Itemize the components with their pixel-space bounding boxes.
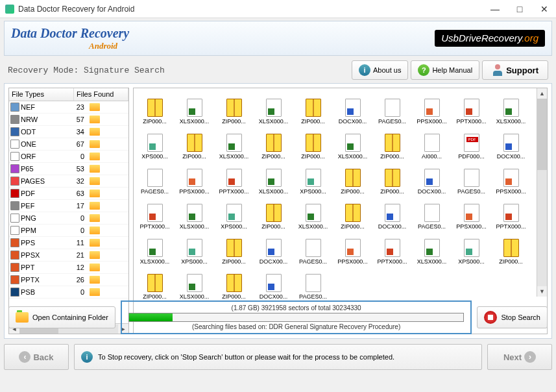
file-type-row[interactable]: PPTX26 (9, 274, 128, 286)
file-item[interactable]: PAGES0... (412, 196, 452, 230)
file-item[interactable]: XPS000... (175, 231, 214, 265)
file-label: PPTX000... (456, 118, 486, 125)
file-item[interactable]: ZIP000... (254, 196, 293, 230)
file-item[interactable]: XLSX000... (491, 91, 531, 125)
v-scrollbar[interactable]: ▲ ▼ (537, 88, 547, 297)
ppsx-file-icon (424, 99, 440, 117)
file-item[interactable]: DOCX00... (333, 91, 372, 125)
file-item[interactable]: ZIP000... (293, 91, 333, 125)
file-item[interactable]: XPS000... (452, 231, 491, 265)
file-type-row[interactable]: PPM0 (9, 225, 128, 237)
maximize-button[interactable]: □ (513, 4, 526, 14)
xps-file-icon (464, 239, 479, 257)
back-button[interactable]: ‹ Back (4, 344, 69, 370)
zip-file-icon (503, 239, 519, 257)
file-item[interactable]: XLSX000... (175, 91, 214, 125)
file-item[interactable]: ZIP000... (175, 126, 214, 160)
file-item[interactable]: PAGES0... (293, 266, 333, 300)
file-item[interactable]: XLSX000... (135, 231, 175, 265)
file-item[interactable]: PPTX000... (452, 91, 491, 125)
file-type-row[interactable]: PPT12 (9, 262, 128, 274)
file-types-panel: File Types Files Found NEF23NRW57ODT34ON… (8, 88, 129, 334)
file-item[interactable]: PPTX000... (491, 196, 531, 230)
file-type-row[interactable]: PAGES32 (9, 175, 128, 188)
file-item[interactable]: ZIP000... (333, 161, 372, 195)
file-label: XLSX000... (496, 118, 526, 125)
file-item[interactable]: XPS000... (135, 126, 175, 160)
file-item[interactable]: PAGES0... (135, 161, 175, 195)
file-item[interactable]: DOCX00... (372, 196, 412, 230)
file-type-row[interactable]: PPS11 (9, 237, 128, 249)
file-item[interactable]: ZIP000... (214, 231, 254, 265)
file-item[interactable]: ZIP000... (214, 266, 254, 300)
file-item[interactable]: ZIP000... (333, 196, 372, 230)
next-button[interactable]: Next › (487, 344, 552, 370)
file-label: PAGES0... (378, 118, 406, 125)
file-item[interactable]: PPTX000... (372, 231, 412, 265)
file-type-row[interactable]: P6553 (9, 163, 128, 175)
file-item[interactable]: PPSX000... (333, 231, 372, 265)
xlsx-file-icon (266, 99, 282, 117)
help-button[interactable]: ? Help Manual (411, 60, 479, 80)
file-type-row[interactable]: PSB0 (9, 286, 128, 299)
file-item[interactable]: PAGES0... (372, 91, 412, 125)
file-item[interactable]: DOCX00... (491, 126, 531, 160)
stop-search-button[interactable]: Stop Search (477, 306, 548, 328)
file-item[interactable]: PDF000... (452, 126, 491, 160)
zip-file-icon (345, 169, 361, 187)
close-button[interactable]: ✕ (538, 4, 551, 14)
file-item[interactable]: PAGES0... (452, 161, 491, 195)
file-item[interactable]: ZIP000... (214, 91, 254, 125)
file-item[interactable]: PPTX000... (214, 161, 254, 195)
file-types-list[interactable]: NEF23NRW57ODT34ONE67ORF0P6553PAGES32PDF6… (9, 101, 128, 323)
file-type-row[interactable]: PPSX21 (9, 249, 128, 262)
file-type-row[interactable]: NEF23 (9, 101, 128, 114)
file-item[interactable]: ZIP000... (135, 91, 175, 125)
file-item[interactable]: XLSX000... (293, 196, 333, 230)
file-item[interactable]: DOCX00... (254, 231, 293, 265)
col-files-found[interactable]: Files Found (74, 88, 128, 101)
file-item[interactable]: AI000... (412, 126, 452, 160)
file-type-row[interactable]: PEF17 (9, 200, 128, 212)
file-item[interactable]: XLSX000... (175, 196, 214, 230)
file-item[interactable]: PPSX000... (452, 196, 491, 230)
file-item[interactable]: PAGES0... (293, 231, 333, 265)
ppsx-file-icon (187, 169, 202, 187)
file-item[interactable]: XPS000... (214, 196, 254, 230)
support-button[interactable]: Support (482, 60, 548, 80)
file-type-row[interactable]: NRW57 (9, 114, 128, 126)
file-item[interactable]: ZIP000... (135, 266, 175, 300)
file-item[interactable]: PPTX000... (135, 196, 175, 230)
file-item[interactable]: PPSX000... (491, 161, 531, 195)
file-item[interactable]: XLSX000... (254, 91, 293, 125)
file-item[interactable]: XLSX000... (175, 266, 214, 300)
file-item[interactable]: PPSX000... (412, 91, 452, 125)
file-item[interactable]: XLSX000... (254, 161, 293, 195)
file-item[interactable]: XLSX000... (214, 126, 254, 160)
file-item[interactable]: ZIP000... (254, 126, 293, 160)
scroll-up-icon[interactable]: ▲ (537, 88, 547, 99)
file-item[interactable]: DOCX00... (254, 266, 293, 300)
file-item[interactable]: XLSX000... (333, 126, 372, 160)
col-file-types[interactable]: File Types (9, 88, 74, 101)
file-type-row[interactable]: ONE67 (9, 138, 128, 151)
file-type-row[interactable]: ODT34 (9, 126, 128, 138)
about-button[interactable]: i About us (352, 60, 408, 80)
file-item[interactable]: ZIP000... (372, 161, 412, 195)
file-type-row[interactable]: PDF63 (9, 188, 128, 200)
file-item[interactable]: XPS000... (293, 161, 333, 195)
file-item[interactable]: DOCX00... (412, 161, 452, 195)
file-item[interactable]: PPSX000... (175, 161, 214, 195)
file-item[interactable]: ZIP000... (293, 126, 333, 160)
file-grid[interactable]: ZIP000...XLSX000...ZIP000...XLSX000...ZI… (134, 88, 547, 334)
file-item[interactable]: ZIP000... (372, 126, 412, 160)
file-type-row[interactable]: ORF0 (9, 151, 128, 163)
minimize-button[interactable]: — (489, 4, 502, 14)
open-folder-button[interactable]: Open Containing Folder (8, 306, 115, 328)
scroll-down-icon[interactable]: ▼ (537, 286, 547, 297)
file-type-row[interactable]: PNG0 (9, 212, 128, 225)
toolbar: Recovery Mode: Signature Search i About … (4, 57, 552, 83)
file-item[interactable]: ZIP000... (491, 231, 531, 265)
v-scroll-thumb[interactable] (537, 99, 547, 170)
file-item[interactable]: XLSX000... (412, 231, 452, 265)
